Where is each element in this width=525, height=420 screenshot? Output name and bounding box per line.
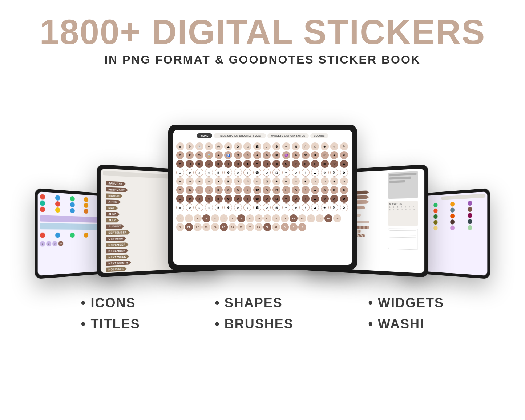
icon-cell: ⊙ [263,186,271,194]
tablet-center: ICONS TITLES, SHAPES, BRUSHES & WASH WID… [168,125,357,270]
icon-cell: ⌂ [243,142,251,150]
icon-cell: ✿ [340,195,348,203]
icon-cell: ⚕ [224,160,232,168]
icon-cell: ⚐ [340,142,348,150]
num-29: 29 [255,223,263,231]
icon-cell: ⊞ [215,169,223,177]
icon-cell: ⚙ [224,195,232,203]
icon-cell: ≡ [205,142,213,150]
month-label-nextweek: NEXT WEEK [106,254,129,259]
colors-tab-placeholder [441,194,485,200]
icon-cell: ⊞ [321,160,329,168]
icon-cell: ⌘ [302,151,310,159]
icon-cell: ☎ [253,203,261,211]
num-5: 5 [211,214,219,222]
tab-widgets[interactable]: WIDGETS & STICKY NOTES [267,133,308,138]
cal-cell: 11 [401,208,405,210]
tab-icons[interactable]: ICONS [197,133,212,138]
cal-cell: 4 [401,206,405,208]
icon-cell: ✂ [282,169,290,177]
icon-cell: ⊛ [234,186,242,194]
cal-cell: 8 [389,209,393,211]
tab-titles[interactable]: TITLES, SHAPES, BRUSHES & WASH [214,133,266,138]
page-wrapper: 1800+ DIGITAL STICKERS IN PNG FORMAT & G… [0,0,525,343]
footer-features: ICONS TITLES SHAPES BRUSHES WIDGETS WASH… [0,284,525,343]
icon-cell: ☀ [215,151,223,159]
dot [55,233,60,238]
icon-cell: ⊡ [234,151,242,159]
icon-cell: ⌘ [330,169,338,177]
icon-cell: ☆ [302,142,310,150]
number-circles-row: 1 2 3 4 5 6 7 8 9 10 11 12 13 14 [175,214,350,232]
sub-title: IN PNG FORMAT & GOODNOTES STICKER BOOK [0,53,525,66]
search-bar-placeholder [103,171,174,179]
icon-cell: ♣ [253,151,261,159]
icon-cell: ☆ [205,203,213,211]
month-label-oct: OCTOBER [106,237,126,241]
icon-cell: ⊛ [253,177,261,185]
icon-cell: ⊞ [215,160,223,168]
icon-cell: ⊞ [215,195,223,203]
dot [84,233,88,238]
icon-cell: ⚑ [311,151,319,159]
icon-cell: ⊡ [272,195,280,203]
icon-cell: ☁ [311,169,319,177]
feature-shapes: SHAPES [215,295,283,311]
num-e: € [290,223,298,231]
note-line [389,173,416,176]
icon-cell: ⊕ [176,177,184,185]
icon-cell: ⚙ [224,203,232,211]
icon-cell: ⚕ [302,203,310,211]
icon-cell: ⊕ [176,186,184,194]
icon-cell: ⊗ [302,160,310,168]
icon-cell: ♒ [282,151,290,159]
num-25: 25 [220,223,228,231]
icon-cell: ♪ [243,169,251,177]
feature-col-2: SHAPES BRUSHES [215,295,294,332]
num-13: 13 [281,214,289,222]
icon-cell: ✿ [340,169,348,177]
icon-cell: ⊕ [176,203,184,211]
r2dot [468,225,472,230]
icon-cell: ♪ [243,203,251,211]
icon-cell: ⊙ [340,177,348,185]
icon-cell: ⊙ [311,160,319,168]
tab-colors[interactable]: COLORS [310,133,328,138]
icon-cell: ⌂ [321,177,329,185]
icon-cell: ♣ [340,160,348,168]
icon-cell: ⊕ [292,151,300,159]
icon-cell: ⊛ [234,195,242,203]
icon-cell: ☆ [205,195,213,203]
num-14: 14 [290,214,298,222]
icon-cell: ☃ [243,151,251,159]
icon-cell: ⊙ [263,203,271,211]
month-label-nov: NOVEMBER [106,242,128,247]
icon-cell: ⌂ [195,186,203,194]
r2dot [450,219,455,225]
icon-cell: ⊙ [186,160,194,168]
icon-cell: ⌂ [205,177,213,185]
icon-cell: ⊞ [215,186,223,194]
icon-cell: ⊞ [272,151,280,159]
dot [40,200,45,206]
icon-cell: ⌘ [330,203,338,211]
month-label-nextmonth: NEXT MONTH [106,261,131,266]
icon-cell: ☁ [224,142,232,150]
feature-washi: WASHI [368,316,425,332]
icon-cell: ♪ [243,195,251,203]
icon-cell: ⌂ [195,169,203,177]
icon-cell: ☆ [292,177,300,185]
icon-cell: ⊡ [263,160,271,168]
icon-cell: ⚙ [234,177,242,185]
icon-cell: ⊕ [292,195,300,203]
r2dot [468,201,472,206]
num-8: 8 [237,214,245,222]
icon-cell: ☆ [205,186,213,194]
dot [84,209,88,214]
dot [70,196,75,201]
center-tabs: ICONS TITLES, SHAPES, BRUSHES & WASH WID… [175,132,350,140]
dot [84,203,88,208]
icon-cell: ⚕ [302,169,310,177]
r2dot [450,207,455,213]
r2dot [450,214,455,219]
